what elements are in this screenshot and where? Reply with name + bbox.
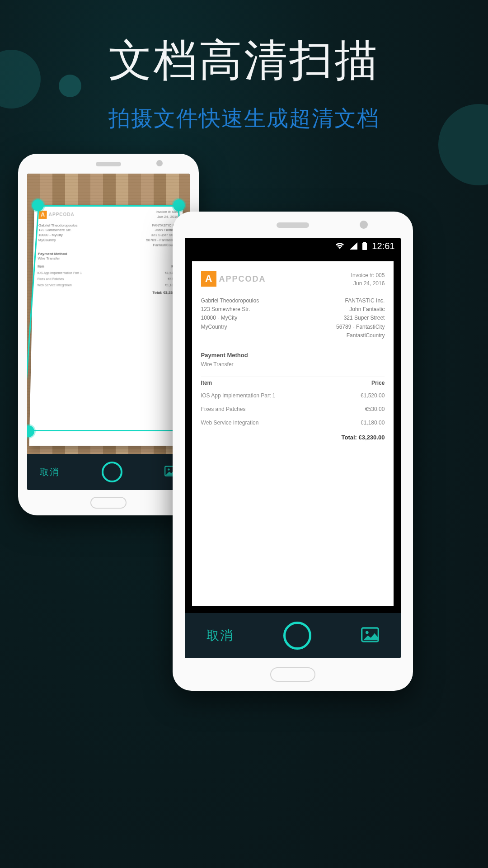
to-line4: FantastiCountry bbox=[336, 331, 385, 340]
cancel-button[interactable]: 取消 bbox=[40, 466, 60, 478]
camera-toolbar: 取消 bbox=[27, 454, 190, 490]
scan-capture-area[interactable]: A APPCODA Invoice #: 005 Jun 24, 2016 Ga… bbox=[32, 205, 185, 431]
to-line3: 56789 - FantastiCity bbox=[336, 323, 385, 331]
crop-handle-top-left[interactable] bbox=[32, 199, 44, 211]
total-label: Total: bbox=[342, 434, 357, 441]
phone-home-button bbox=[270, 667, 315, 682]
col-price: Price bbox=[340, 377, 385, 389]
brand-logo-text: APPCODA bbox=[219, 274, 266, 284]
signal-icon bbox=[349, 242, 357, 250]
status-bar: 12:61 bbox=[185, 238, 401, 254]
cancel-button[interactable]: 取消 bbox=[206, 627, 234, 644]
invoice-number-label: Invoice #: bbox=[351, 272, 374, 278]
phone-mockup-result: 12:61 A APPCODA Invoice #: 005 Jun 24, 2… bbox=[173, 212, 413, 691]
phone-screen: A APPCODA Invoice #: 005 Jun 24, 2016 Ga… bbox=[27, 174, 190, 490]
hero: 文档高清扫描 拍摄文件快速生成超清文档 bbox=[0, 0, 488, 133]
scanned-document: A APPCODA Invoice #: 005 Jun 24, 2016 Ga… bbox=[192, 261, 394, 606]
svg-rect-2 bbox=[363, 242, 366, 243]
phone-speaker bbox=[96, 162, 121, 166]
phone-screen: 12:61 A APPCODA Invoice #: 005 Jun 24, 2… bbox=[185, 238, 401, 658]
line-price: €1,180.00 bbox=[340, 416, 385, 429]
from-line1: 123 Somewhere Str. bbox=[201, 305, 259, 314]
gallery-button[interactable] bbox=[361, 627, 379, 644]
wifi-icon bbox=[335, 242, 345, 250]
svg-rect-3 bbox=[362, 243, 367, 250]
total-value: €3,230.00 bbox=[359, 434, 385, 441]
line-price: €1,520.00 bbox=[340, 389, 385, 402]
crop-handle-top-right[interactable] bbox=[173, 199, 185, 211]
gallery-icon bbox=[361, 627, 379, 642]
svg-point-5 bbox=[366, 631, 369, 634]
line-item: iOS App Implementation Part 1 bbox=[201, 389, 340, 402]
decorative-circle bbox=[59, 75, 81, 97]
payment-method-label: Payment Method bbox=[201, 352, 385, 359]
invoice-date: Jun 24, 2016 bbox=[351, 279, 385, 288]
phone-camera-dot bbox=[156, 160, 163, 166]
shutter-button[interactable] bbox=[102, 462, 122, 482]
camera-toolbar: 取消 bbox=[185, 613, 401, 658]
from-name: Gabriel Theodoropoulos bbox=[201, 297, 259, 305]
svg-point-1 bbox=[168, 468, 170, 471]
line-item: Fixes and Patches bbox=[201, 402, 340, 416]
from-line2: 10000 - MyCity bbox=[201, 314, 259, 322]
line-item: Web Service Integration bbox=[201, 416, 340, 429]
status-time: 12:61 bbox=[372, 241, 394, 251]
from-line3: MyCountry bbox=[201, 323, 259, 331]
shutter-button[interactable] bbox=[283, 622, 311, 650]
col-item: Item bbox=[201, 377, 340, 389]
brand-logo-icon: A bbox=[201, 271, 216, 287]
crop-frame bbox=[32, 205, 185, 431]
battery-icon bbox=[362, 242, 367, 250]
phone-home-button bbox=[90, 497, 127, 509]
phone-camera-dot bbox=[360, 221, 368, 229]
payment-method: Wire Transfer bbox=[201, 361, 385, 368]
line-price: €530.00 bbox=[340, 402, 385, 416]
phone-mockup-capture: A APPCODA Invoice #: 005 Jun 24, 2016 Ga… bbox=[18, 154, 199, 515]
to-name: FANTASTIC Inc. bbox=[336, 297, 385, 305]
hero-subtitle: 拍摄文件快速生成超清文档 bbox=[0, 104, 488, 133]
phone-speaker bbox=[277, 222, 309, 228]
to-line2: 321 Super Street bbox=[336, 314, 385, 322]
invoice-number: 005 bbox=[375, 272, 385, 278]
to-line1: John Fantastic bbox=[336, 305, 385, 314]
